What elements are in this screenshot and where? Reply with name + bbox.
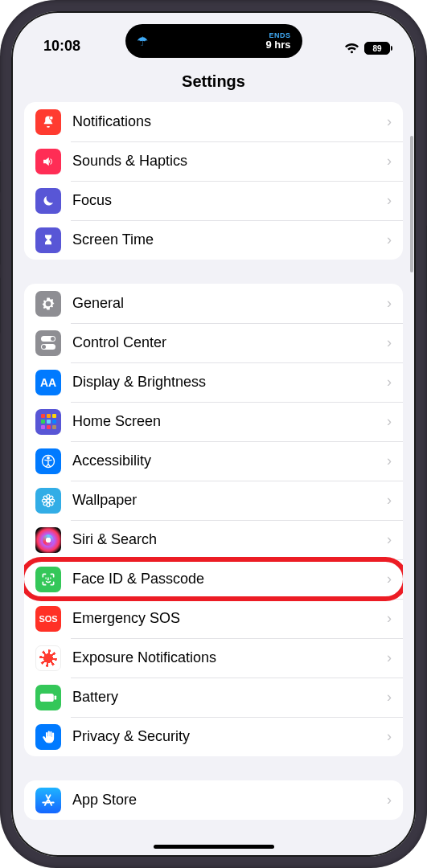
battery-level: 89 — [372, 44, 381, 53]
row-battery[interactable]: Battery › — [24, 678, 403, 717]
umbrella-icon: ☂ — [137, 34, 148, 49]
svg-point-9 — [48, 501, 53, 506]
settings-group-1: Notifications › Sounds & Haptics › Focus… — [24, 102, 403, 260]
chevron-right-icon: › — [387, 452, 392, 469]
row-label: Notifications — [72, 113, 387, 130]
row-label: App Store — [72, 792, 387, 809]
chevron-right-icon: › — [387, 153, 392, 170]
svg-rect-12 — [40, 693, 54, 701]
row-faceid[interactable]: Face ID & Passcode › — [24, 559, 403, 599]
moon-icon — [35, 188, 61, 214]
svg-point-0 — [50, 116, 54, 120]
app-grid-icon — [35, 409, 61, 435]
sos-icon: SOS — [35, 606, 61, 632]
gear-icon — [35, 291, 61, 317]
chevron-right-icon: › — [387, 571, 392, 588]
island-live-activity: ENDS 9 hrs — [265, 32, 290, 50]
text-size-icon: AA — [35, 370, 61, 395]
row-sounds[interactable]: Sounds & Haptics › — [24, 141, 403, 181]
battery-icon: 89 — [364, 42, 390, 55]
chevron-right-icon: › — [387, 792, 392, 809]
chevron-right-icon: › — [387, 689, 392, 706]
hand-icon — [35, 724, 61, 750]
chevron-right-icon: › — [387, 531, 392, 548]
row-general[interactable]: General › — [24, 284, 403, 323]
chevron-right-icon: › — [387, 374, 392, 391]
svg-point-11 — [43, 501, 47, 506]
chevron-right-icon: › — [387, 231, 392, 248]
home-indicator[interactable] — [154, 845, 274, 849]
row-label: Focus — [72, 192, 387, 209]
row-display[interactable]: AA Display & Brightness › — [24, 362, 403, 402]
row-emergency-sos[interactable]: SOS Emergency SOS › — [24, 599, 403, 638]
wifi-icon — [344, 43, 359, 54]
settings-group-3: App Store › — [24, 780, 403, 820]
svg-point-2 — [47, 457, 50, 459]
chevron-right-icon: › — [387, 413, 392, 430]
svg-rect-13 — [55, 695, 57, 699]
row-accessibility[interactable]: Accessibility › — [24, 441, 403, 481]
accessibility-icon — [35, 448, 61, 474]
row-label: Sounds & Haptics — [72, 153, 387, 170]
svg-point-8 — [43, 495, 47, 500]
faceid-icon — [35, 567, 61, 592]
island-ends-value: 9 hrs — [265, 39, 290, 50]
chevron-right-icon: › — [387, 728, 392, 745]
row-label: Screen Time — [72, 231, 387, 248]
row-label: Display & Brightness — [72, 374, 387, 391]
row-privacy[interactable]: Privacy & Security › — [24, 717, 403, 756]
speaker-icon — [35, 149, 61, 174]
covid-icon — [35, 645, 61, 671]
settings-group-2: General › Control Center › AA Display & … — [24, 284, 403, 756]
row-control-center[interactable]: Control Center › — [24, 323, 403, 362]
row-label: Control Center — [72, 334, 387, 351]
appstore-icon — [35, 788, 61, 813]
hourglass-icon — [35, 227, 61, 253]
page-title: Settings — [11, 58, 416, 102]
row-screentime[interactable]: Screen Time › — [24, 220, 403, 260]
row-label: Exposure Notifications — [72, 649, 387, 666]
row-label: Emergency SOS — [72, 610, 387, 627]
toggles-icon — [35, 330, 61, 356]
row-label: Home Screen — [72, 413, 387, 430]
flower-icon — [35, 488, 61, 514]
chevron-right-icon: › — [387, 113, 392, 130]
row-label: Siri & Search — [72, 531, 387, 548]
settings-list[interactable]: Notifications › Sounds & Haptics › Focus… — [11, 102, 416, 820]
row-home-screen[interactable]: Home Screen › — [24, 402, 403, 441]
screen: ☂ ENDS 9 hrs 10:08 89 Settings — [11, 11, 416, 857]
row-appstore[interactable]: App Store › — [24, 780, 403, 820]
row-label: Battery — [72, 689, 387, 706]
chevron-right-icon: › — [387, 649, 392, 666]
row-wallpaper[interactable]: Wallpaper › — [24, 481, 403, 520]
chevron-right-icon: › — [387, 334, 392, 351]
volume-down-button — [0, 277, 1, 334]
chevron-right-icon: › — [387, 295, 392, 312]
silence-switch — [0, 161, 1, 193]
row-focus[interactable]: Focus › — [24, 181, 403, 220]
siri-icon — [35, 527, 61, 553]
row-label: Privacy & Security — [72, 728, 387, 745]
battery-icon — [35, 685, 61, 710]
volume-up-button — [0, 209, 1, 265]
row-label: Face ID & Passcode — [72, 571, 387, 588]
row-label: Wallpaper — [72, 492, 387, 509]
row-exposure[interactable]: Exposure Notifications › — [24, 638, 403, 678]
iphone-frame: ☂ ENDS 9 hrs 10:08 89 Settings — [0, 0, 427, 868]
dynamic-island[interactable]: ☂ ENDS 9 hrs — [125, 24, 302, 58]
row-label: General — [72, 295, 387, 312]
svg-point-10 — [48, 495, 53, 500]
row-siri[interactable]: Siri & Search › — [24, 520, 403, 559]
chevron-right-icon: › — [387, 610, 392, 627]
row-notifications[interactable]: Notifications › — [24, 102, 403, 141]
row-label: Accessibility — [72, 452, 387, 469]
chevron-right-icon: › — [387, 492, 392, 509]
bell-badge-icon — [35, 109, 61, 135]
status-time: 10:08 — [43, 38, 80, 55]
chevron-right-icon: › — [387, 192, 392, 209]
